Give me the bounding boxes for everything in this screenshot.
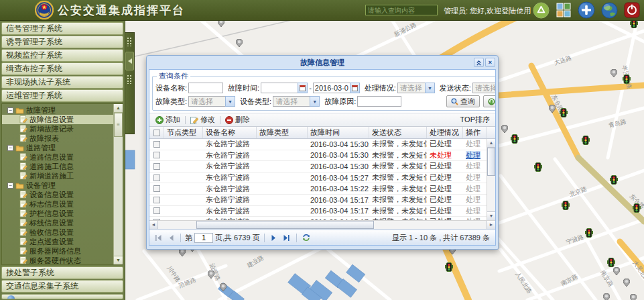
tree-item[interactable]: 护栏信息设置: [2, 209, 113, 218]
traffic-light-icon[interactable]: [534, 163, 542, 172]
process-link[interactable]: 处理: [466, 207, 480, 215]
table-row[interactable]: 东仓路宁波路 2016-03-04 15:30:00 未报警，未发短信 已处理 …: [149, 161, 487, 172]
sidebar-collapse-strip[interactable]: [125, 32, 135, 134]
column-header-fault-time[interactable]: 故障时间: [308, 127, 369, 138]
collapse-left-icon[interactable]: [125, 52, 134, 70]
sidebar-panel-header[interactable]: 运维管理子系统: [1, 89, 123, 102]
tree-item[interactable]: 故障信息设置: [2, 115, 113, 124]
tree-item[interactable]: 新增故障记录: [2, 124, 113, 134]
grid-header[interactable]: 节点类型 设备名称 故障类型 故障时间 发送状态 处理情况 操作: [149, 127, 495, 139]
tree-item[interactable]: 设备信息设置: [2, 190, 113, 199]
tree-item[interactable]: 定点巡查设置: [2, 237, 113, 246]
process-link[interactable]: 处理: [466, 162, 480, 170]
traffic-light-icon[interactable]: [633, 204, 641, 213]
process-link[interactable]: 处理: [466, 185, 480, 193]
tree-toggle-icon[interactable]: [7, 107, 13, 113]
calendar-icon[interactable]: [350, 83, 360, 93]
traffic-light-icon[interactable]: [630, 20, 638, 28]
table-row[interactable]: 东仓路宁波路 2016-03-04 15:30:00 未报警，未发短信 已处理 …: [149, 139, 487, 150]
row-checkbox[interactable]: [153, 185, 160, 192]
sidebar-panel-header[interactable]: 视频监控子系统: [1, 49, 123, 62]
process-link[interactable]: 处理: [466, 195, 480, 203]
tree-item[interactable]: 设备管理: [2, 181, 113, 190]
tree-item[interactable]: 标志信息设置: [2, 199, 113, 209]
tree-item[interactable]: 新增道路施工: [2, 171, 113, 181]
vertical-scrollbar-thumb[interactable]: [487, 148, 495, 176]
table-row[interactable]: 东仓路宁波路 2016-03-04 15:17:01 未报警，未发短信 已处理 …: [149, 206, 487, 217]
table-row[interactable]: 东仓路宁波路 2016-03-04 15:17:01 未报警，未发短信 已处理 …: [149, 195, 487, 206]
camera-icon[interactable]: [613, 267, 620, 275]
plus-icon[interactable]: [578, 1, 595, 19]
tree-scrollbar[interactable]: ▲ ▼: [113, 104, 123, 264]
tree-item[interactable]: 标线信息设置: [2, 218, 113, 228]
tree-toggle-icon[interactable]: [7, 183, 13, 189]
column-header-device-name[interactable]: 设备名称: [203, 127, 257, 138]
sidebar-panel-header[interactable]: 交通信息采集子系统: [1, 280, 123, 293]
traffic-light-icon[interactable]: [582, 136, 590, 145]
top-sort-button[interactable]: TOP排序: [460, 115, 493, 125]
first-page-button[interactable]: [153, 232, 164, 243]
device-name-input[interactable]: [188, 83, 223, 93]
tree-item[interactable]: 故障管理: [2, 105, 113, 115]
calendar-icon[interactable]: [298, 83, 308, 93]
fault-reason-input[interactable]: [357, 96, 401, 107]
chevron-down-icon[interactable]: ▼: [310, 96, 320, 107]
process-link[interactable]: 处理: [466, 140, 480, 148]
camera-icon[interactable]: [610, 69, 617, 77]
handle-status-select[interactable]: 请选择 ▼: [397, 83, 435, 93]
clear-button[interactable]: 清除: [483, 95, 496, 107]
row-checkbox[interactable]: [153, 141, 160, 148]
sidebar-panel-header[interactable]: 诱导管理子系统: [1, 36, 123, 48]
camera-icon[interactable]: [501, 125, 508, 133]
fault-time-to-input[interactable]: [313, 83, 350, 93]
column-header-fault-type[interactable]: 故障类型: [257, 127, 308, 138]
table-row[interactable]: 东仓路宁波路 2016-03-04 15:30:00 未报警，未发短信 未处理 …: [149, 150, 487, 162]
camera-icon[interactable]: [236, 39, 243, 47]
camera-icon[interactable]: [218, 20, 224, 27]
prev-page-button[interactable]: [166, 232, 176, 243]
process-link[interactable]: 处理: [466, 173, 480, 181]
scroll-up-icon[interactable]: ▲: [487, 139, 495, 148]
column-header-operation[interactable]: 操作: [463, 127, 487, 138]
row-checkbox[interactable]: [153, 174, 160, 181]
table-row[interactable]: 东仓路宁波路 2016-03-04 15:27:00 未报警，未发短信 已处理 …: [149, 172, 487, 184]
next-page-button[interactable]: [269, 232, 279, 243]
refresh-icon[interactable]: [301, 232, 312, 243]
window-close-button[interactable]: ×: [485, 58, 495, 67]
scroll-up-icon[interactable]: ▲: [114, 104, 123, 113]
row-checkbox[interactable]: [153, 163, 160, 170]
tree-toggle-icon[interactable]: [7, 145, 13, 151]
traffic-light-icon[interactable]: [623, 75, 631, 84]
traffic-light-icon[interactable]: [445, 263, 453, 272]
row-checkbox[interactable]: [153, 152, 160, 158]
sidebar-panel-header[interactable]: 信号管理子系统: [1, 22, 123, 35]
table-row[interactable]: 东仓路宁波路 2016-03-04 15:22:50 未报警，未发短信 已处理 …: [149, 183, 487, 195]
edit-button[interactable]: 修改: [187, 115, 218, 125]
globe-icon[interactable]: [600, 1, 618, 19]
recycle-icon[interactable]: [532, 1, 550, 19]
tree-item[interactable]: 验收信息设置: [2, 228, 113, 237]
fault-time-from-input[interactable]: [261, 83, 298, 93]
tree-item[interactable]: 服务器网络信息: [2, 246, 113, 256]
grid-apps-icon[interactable]: [555, 1, 572, 19]
tree-item[interactable]: 服务器硬件状态: [2, 256, 113, 265]
process-link[interactable]: 处理: [466, 151, 480, 159]
power-icon[interactable]: [623, 1, 641, 19]
sidebar-panel-header[interactable]: 非现场执法子系统: [1, 76, 123, 89]
chevron-down-icon[interactable]: ▼: [225, 96, 235, 107]
traffic-light-icon[interactable]: [560, 109, 568, 117]
query-button[interactable]: 查询: [446, 95, 480, 107]
select-all-checkbox[interactable]: [153, 130, 160, 136]
chevron-down-icon[interactable]: ▼: [425, 83, 435, 93]
sidebar-panel-header[interactable]: 缉查布控子系统: [1, 62, 123, 75]
sidebar-panel-partial[interactable]: [1, 294, 123, 299]
column-header-handle-status[interactable]: 处理情况: [427, 127, 463, 138]
tree-scrollbar-thumb[interactable]: [114, 113, 123, 137]
traffic-light-icon[interactable]: [511, 135, 519, 144]
scroll-down-icon[interactable]: ▼: [114, 256, 123, 264]
scroll-down-icon[interactable]: ▼: [487, 211, 495, 220]
column-header-send-status[interactable]: 发送状态: [369, 127, 427, 138]
page-number-input[interactable]: [194, 233, 213, 243]
add-button[interactable]: 添加: [152, 115, 184, 125]
last-page-button[interactable]: [281, 232, 292, 243]
